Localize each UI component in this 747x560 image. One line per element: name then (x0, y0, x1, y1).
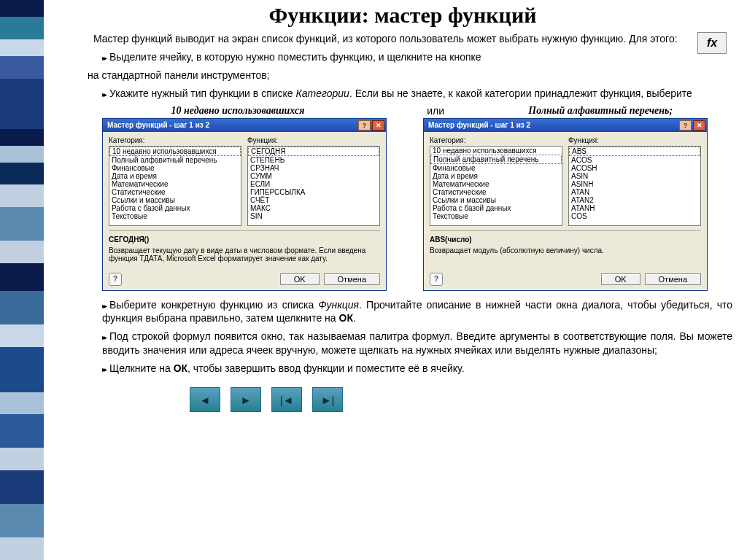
ok-button[interactable]: OK (280, 273, 320, 285)
bullet-icon (102, 330, 109, 342)
function-wizard-dialog-left: Мастер функций - шаг 1 из 2 ? ✕ Категори… (102, 118, 387, 291)
list-item[interactable]: СРЗНАЧ (248, 164, 379, 172)
slide-content: Функции: мастер функций fх Мастер функци… (44, 0, 747, 560)
step-4: Под строкой формул появится окно, так на… (73, 330, 732, 357)
nav-buttons: ◄ ► |◄ ►| (190, 387, 732, 412)
fx-icon: fх (697, 32, 727, 54)
function-description: Возвращает модуль (абсолютную величину) … (430, 246, 701, 264)
list-item[interactable]: СУММ (248, 172, 379, 180)
bullet-icon (102, 362, 109, 374)
help-icon[interactable]: ? (109, 273, 122, 286)
dialog-title: Мастер функций - шаг 1 из 2 (428, 121, 530, 129)
list-item[interactable]: Текстовые (430, 212, 562, 220)
list-item[interactable]: СТЕПЕНЬ (248, 156, 379, 164)
list-item[interactable]: ASINH (569, 180, 700, 188)
dialog-title: Мастер функций - шаг 1 из 2 (107, 121, 209, 129)
list-item[interactable]: Статистические (109, 188, 241, 196)
function-listbox[interactable]: СЕГОДНЯ СТЕПЕНЬ СРЗНАЧ СУММ ЕСЛИ ГИПЕРСС… (247, 146, 380, 226)
list-item[interactable]: СЧЁТ (248, 196, 379, 204)
titlebar: Мастер функций - шаг 1 из 2 ? ✕ (424, 119, 707, 132)
list-item[interactable]: Полный алфавитный перечень (109, 156, 241, 164)
list-item[interactable]: ГИПЕРССЫЛКА (248, 188, 379, 196)
list-item[interactable]: Математические (109, 180, 241, 188)
cancel-button[interactable]: Отмена (324, 273, 380, 285)
step-1-cont: на стандартной панели инструментов; (73, 69, 732, 82)
list-item[interactable]: Ссылки и массивы (109, 196, 241, 204)
category-label: Категория: (109, 136, 241, 144)
step-1: Выделите ячейку, в которую нужно помести… (73, 50, 732, 64)
list-item[interactable]: Ссылки и массивы (430, 196, 562, 204)
list-item[interactable]: СЕГОДНЯ (248, 147, 379, 156)
cancel-button[interactable]: Отмена (645, 273, 701, 285)
function-signature: ABS(число) (430, 236, 701, 244)
list-item[interactable]: COS (569, 212, 700, 220)
function-signature: СЕГОДНЯ() (109, 236, 380, 244)
list-item[interactable]: SIN (248, 212, 379, 220)
list-item[interactable]: Математические (430, 180, 562, 188)
step-3: Выберите конкретную функцию из списка Фу… (73, 298, 732, 326)
titlebar: Мастер функций - шаг 1 из 2 ? ✕ (103, 119, 386, 132)
step-2: Укажите нужный тип функции в списке Кате… (73, 87, 732, 101)
list-item[interactable]: Финансовые (430, 164, 562, 172)
category-listbox[interactable]: 10 недавно использовавшихся Полный алфав… (109, 146, 241, 226)
list-item[interactable]: ACOS (569, 156, 700, 164)
list-item[interactable]: МАКС (248, 204, 379, 212)
list-item[interactable]: ЕСЛИ (248, 180, 379, 188)
label-full-list: Полный алфавитный перечень; (468, 105, 732, 117)
close-button[interactable]: ✕ (372, 120, 384, 131)
list-item[interactable]: Статистические (430, 188, 562, 196)
category-listbox[interactable]: 10 недавно использовавшихся Полный алфав… (430, 146, 562, 226)
step-5: Щелкните на ОК, чтобы завершить ввод фун… (73, 362, 732, 376)
list-item[interactable]: ATANH (569, 204, 700, 212)
list-item[interactable]: Текстовые (109, 212, 241, 220)
list-item[interactable]: 10 недавно использовавшихся (109, 147, 241, 156)
list-item[interactable]: ABS (569, 147, 700, 156)
intro-paragraph: Мастер функций выводит на экран список ф… (73, 32, 732, 46)
label-recent: 10 недавно использовавшихся (73, 105, 403, 117)
bullet-icon (102, 51, 109, 63)
nav-last-button[interactable]: ►| (312, 387, 343, 412)
close-button[interactable]: ✕ (693, 120, 705, 131)
bullet-icon (102, 299, 109, 311)
list-item[interactable]: ATAN2 (569, 196, 700, 204)
help-button[interactable]: ? (679, 120, 692, 131)
list-item[interactable]: ASIN (569, 172, 700, 180)
page-title: Функции: мастер функций (73, 3, 732, 28)
list-item[interactable]: 10 недавно использовавшихся (430, 147, 562, 155)
list-item[interactable]: Работа с базой данных (109, 204, 241, 212)
function-label: Функция: (247, 136, 380, 144)
function-listbox[interactable]: ABS ACOS ACOSH ASIN ASINH ATAN ATAN2 ATA… (568, 146, 701, 226)
bullet-icon (102, 88, 109, 99)
list-item[interactable]: Дата и время (430, 172, 562, 180)
list-item[interactable]: Полный алфавитный перечень (430, 155, 562, 164)
category-label: Категория: (430, 136, 562, 144)
list-item[interactable]: Финансовые (109, 164, 241, 172)
function-description: Возвращает текущую дату в виде даты в чи… (109, 246, 380, 264)
nav-next-button[interactable]: ► (231, 387, 261, 412)
decorative-side-stripe (0, 0, 44, 560)
option-labels-row: 10 недавно использовавшихся или Полный а… (73, 105, 732, 117)
function-label: Функция: (568, 136, 701, 144)
list-item[interactable]: ACOSH (569, 164, 700, 172)
nav-prev-button[interactable]: ◄ (190, 387, 220, 412)
nav-first-button[interactable]: |◄ (271, 387, 302, 412)
list-item[interactable]: Дата и время (109, 172, 241, 180)
help-icon[interactable]: ? (430, 273, 443, 286)
list-item[interactable]: Работа с базой данных (430, 204, 562, 212)
function-wizard-dialog-right: Мастер функций - шаг 1 из 2 ? ✕ Категори… (423, 118, 708, 291)
list-item[interactable]: ATAN (569, 188, 700, 196)
ok-button[interactable]: OK (601, 273, 640, 285)
label-or: или (403, 105, 468, 117)
help-button[interactable]: ? (358, 120, 371, 131)
